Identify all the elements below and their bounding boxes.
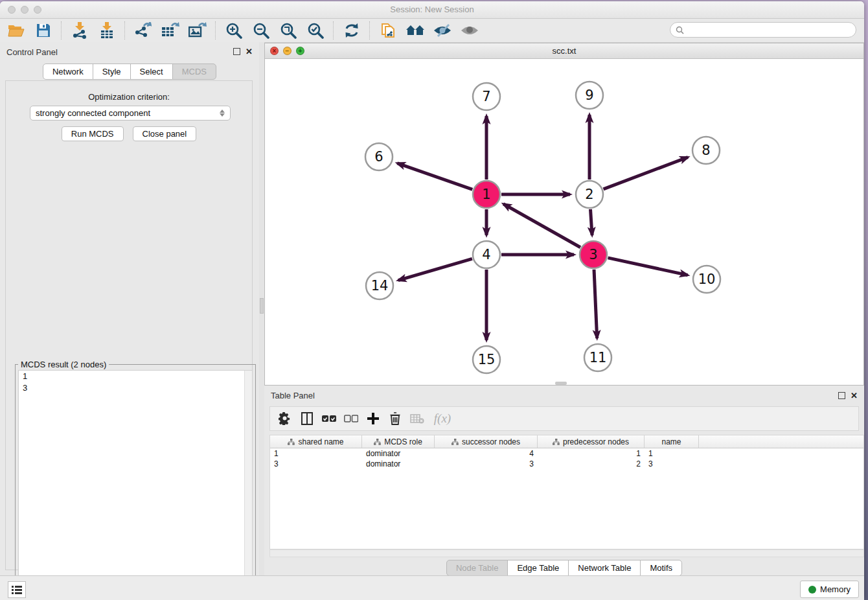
graph-edge-2-3[interactable]: [590, 209, 592, 235]
graph-node-label: 4: [482, 247, 490, 262]
graph-edge-3-1[interactable]: [503, 204, 580, 248]
new-network-from-selection-icon[interactable]: [377, 21, 399, 40]
column-header-predecessor-nodes[interactable]: predecessor nodes: [538, 435, 645, 448]
delete-column-icon[interactable]: [385, 409, 405, 428]
add-column-icon[interactable]: [363, 409, 383, 428]
cell-name[interactable]: 3: [645, 459, 699, 469]
cell-mcds-role[interactable]: dominator: [362, 448, 435, 459]
mcds-result-item[interactable]: 1: [19, 371, 252, 382]
graph-edge-2-8[interactable]: [604, 157, 688, 189]
zoom-fit-icon[interactable]: [277, 21, 299, 40]
column-layout-icon[interactable]: [297, 409, 317, 428]
network-canvas-svg: 7968124314101511: [265, 59, 863, 385]
export-table-icon[interactable]: [159, 21, 181, 40]
graph-edge-1-6[interactable]: [397, 163, 472, 190]
graph-node-label: 7: [482, 89, 490, 104]
mcds-result-title: MCDS result (2 nodes): [18, 360, 109, 369]
graph-edge-4-14[interactable]: [398, 259, 472, 280]
graph-node-label: 2: [585, 187, 593, 202]
deselect-all-columns-icon[interactable]: [341, 409, 361, 428]
column-header-shared-name[interactable]: shared name: [270, 435, 362, 448]
cell-shared-name[interactable]: 1: [270, 448, 362, 459]
cell-mcds-role[interactable]: dominator: [362, 459, 435, 469]
run-mcds-button[interactable]: Run MCDS: [62, 126, 124, 141]
tab-select[interactable]: Select: [130, 63, 173, 80]
list-icon: [12, 585, 22, 594]
search-box[interactable]: [670, 22, 856, 38]
mcds-tab-content: Optimization criterion: strongly connect…: [5, 80, 253, 570]
first-neighbors-icon[interactable]: [404, 21, 426, 40]
tab-style[interactable]: Style: [93, 63, 131, 80]
zoom-in-icon[interactable]: [223, 21, 245, 40]
column-header-mcds-role[interactable]: MCDS role: [362, 435, 435, 448]
canvas-hscroll-handle[interactable]: [555, 382, 567, 385]
search-input[interactable]: [688, 25, 851, 35]
memory-status-icon: [808, 586, 816, 594]
select-all-columns-icon[interactable]: [319, 409, 339, 428]
zoom-selected-icon[interactable]: [304, 21, 326, 40]
cell-name[interactable]: 1: [645, 448, 699, 459]
export-image-icon[interactable]: [187, 21, 209, 40]
graph-node-label: 3: [589, 247, 597, 262]
network-window-titlebar: × − + scc.txt: [265, 43, 863, 59]
apply-function-icon[interactable]: f(x): [429, 409, 455, 428]
result-scrollbar[interactable]: [244, 371, 252, 600]
panel-splitter[interactable]: [259, 42, 264, 575]
dropdown-stepper-icon: [220, 110, 225, 117]
table-row[interactable]: 1 dominator 4 1 1: [270, 448, 863, 459]
cell-successor-nodes[interactable]: 3: [435, 459, 538, 469]
show-all-icon[interactable]: [459, 21, 481, 40]
cell-predecessor-nodes[interactable]: 2: [538, 459, 645, 469]
graph-edge-3-10[interactable]: [608, 258, 687, 275]
import-network-icon[interactable]: [69, 21, 91, 40]
fx-label: f(x): [434, 411, 451, 426]
column-type-icon: [288, 439, 295, 445]
network-canvas[interactable]: 7968124314101511: [265, 59, 863, 385]
save-session-icon[interactable]: [32, 21, 54, 40]
export-network-icon[interactable]: [132, 21, 154, 40]
tab-network-table[interactable]: Network Table: [568, 560, 641, 576]
cell-successor-nodes[interactable]: 4: [435, 448, 538, 459]
status-bar: Memory: [0, 575, 864, 600]
zoom-out-icon[interactable]: [250, 21, 272, 40]
hide-selected-icon[interactable]: [431, 21, 453, 40]
float-panel-icon[interactable]: [233, 48, 240, 55]
toolbar-separator: [369, 21, 371, 40]
graph-edge-3-11[interactable]: [594, 270, 597, 338]
mcds-result-item[interactable]: 3: [19, 382, 252, 394]
column-header-name[interactable]: name: [645, 435, 699, 448]
open-session-icon[interactable]: [5, 21, 27, 40]
splitter-grip[interactable]: [260, 298, 264, 314]
table-settings-icon[interactable]: [275, 409, 295, 428]
task-history-button[interactable]: [8, 581, 26, 598]
memory-button[interactable]: Memory: [800, 581, 859, 598]
table-hscrollbar[interactable]: [269, 549, 864, 557]
delete-table-icon[interactable]: [407, 409, 427, 428]
table-row[interactable]: 3 dominator 3 2 3: [270, 459, 863, 469]
graph-node-label: 15: [478, 352, 496, 367]
criterion-dropdown[interactable]: strongly connected component: [30, 106, 231, 121]
tab-network[interactable]: Network: [43, 63, 93, 80]
tab-mcds[interactable]: MCDS: [172, 63, 216, 80]
toolbar-separator: [61, 21, 62, 40]
mcds-result-list[interactable]: 1 3: [18, 370, 253, 600]
network-view-window: × − + scc.txt 7968124314101511: [264, 43, 864, 386]
close-panel-button[interactable]: Close panel: [133, 126, 197, 141]
cell-predecessor-nodes[interactable]: 1: [538, 448, 645, 459]
refresh-view-icon[interactable]: [341, 21, 363, 40]
tab-node-table[interactable]: Node Table: [446, 560, 508, 576]
tab-motifs[interactable]: Motifs: [640, 560, 682, 576]
graph-node-label: 14: [371, 278, 389, 294]
column-header-label: successor nodes: [462, 437, 520, 446]
column-header-successor-nodes[interactable]: successor nodes: [435, 435, 538, 448]
close-panel-icon[interactable]: ✕: [246, 49, 253, 54]
close-table-panel-icon[interactable]: ✕: [851, 393, 858, 398]
column-header-label: name: [661, 437, 681, 446]
float-table-panel-icon[interactable]: [838, 392, 845, 399]
cell-shared-name[interactable]: 3: [270, 459, 362, 469]
tab-edge-table[interactable]: Edge Table: [507, 560, 569, 576]
memory-label: Memory: [820, 584, 851, 594]
application-window: Session: New Session: [0, 1, 864, 600]
control-panel-tabs: Network Style Select MCDS: [0, 63, 259, 80]
import-table-icon[interactable]: [96, 21, 118, 40]
